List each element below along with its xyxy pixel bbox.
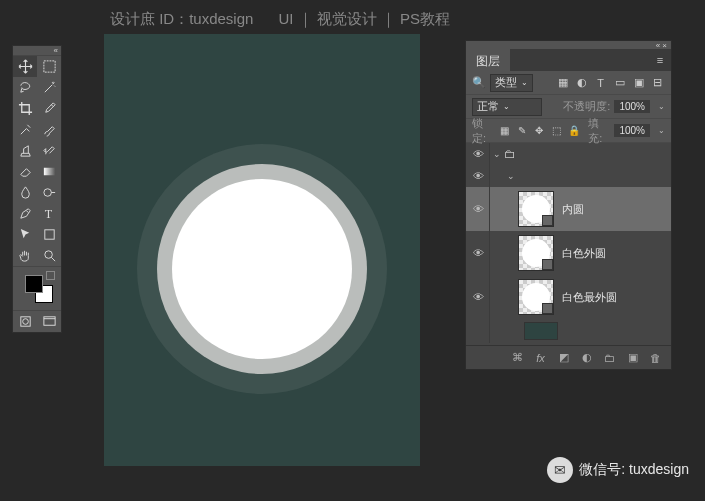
new-group-icon[interactable]: 🗀 <box>602 350 617 365</box>
brush-tool-icon[interactable] <box>37 119 61 140</box>
chevron-down-icon[interactable]: ⌄ <box>658 126 665 135</box>
shape-tool-icon[interactable] <box>37 224 61 245</box>
layer-thumbnail[interactable] <box>518 279 554 315</box>
filter-type-dropdown[interactable]: 类型 ⌄ <box>490 74 533 92</box>
panel-menu-icon[interactable]: ≡ <box>649 49 671 71</box>
type-tool-icon[interactable]: T <box>37 203 61 224</box>
lock-image-icon[interactable]: ✎ <box>515 123 528 138</box>
folder-icon: 🗀 <box>504 147 520 161</box>
filter-pixel-icon[interactable]: ▦ <box>555 75 570 90</box>
color-swatches[interactable] <box>13 266 61 310</box>
gradient-tool-icon[interactable] <box>37 161 61 182</box>
eyedropper-tool-icon[interactable] <box>37 98 61 119</box>
fill-label: 填充: <box>588 116 610 146</box>
layer-group-row[interactable]: 👁 ⌄ 🗀 <box>466 143 671 165</box>
svg-point-7 <box>22 319 28 325</box>
pen-tool-icon[interactable] <box>13 203 37 224</box>
lock-transparency-icon[interactable]: ▦ <box>498 123 511 138</box>
chevron-down-icon: ⌄ <box>521 78 528 87</box>
history-brush-tool-icon[interactable] <box>37 140 61 161</box>
layer-row[interactable]: 👁 白色最外圆 <box>466 275 671 319</box>
svg-point-2 <box>43 189 51 197</box>
tab-layers[interactable]: 图层 <box>466 49 510 71</box>
credit-text: 设计庶 ID：tuxdesign <box>110 10 253 27</box>
foreground-color-swatch[interactable] <box>25 275 43 293</box>
layer-filter-row: 🔍 类型 ⌄ ▦ ◐ T ▭ ▣ ⊟ <box>466 71 671 95</box>
layer-group-row[interactable]: 👁 ⌄ <box>466 165 671 187</box>
delete-layer-icon[interactable]: 🗑 <box>648 350 663 365</box>
layer-name[interactable]: 白色外圆 <box>562 246 606 261</box>
hand-tool-icon[interactable] <box>13 245 37 266</box>
path-selection-tool-icon[interactable] <box>13 224 37 245</box>
visibility-toggle-icon[interactable]: 👁 <box>468 165 490 187</box>
marquee-tool-icon[interactable] <box>37 56 61 77</box>
lock-all-icon[interactable]: 🔒 <box>567 123 580 138</box>
filter-type-icon[interactable]: T <box>593 75 608 90</box>
visibility-toggle-icon[interactable] <box>468 319 490 343</box>
svg-rect-0 <box>43 61 54 72</box>
tools-panel: « T <box>12 45 62 333</box>
layer-tree: 👁 ⌄ 🗀 👁 ⌄ 👁 内圆 👁 白色外圆 👁 白色最外圆 <box>466 143 671 345</box>
lasso-tool-icon[interactable] <box>13 77 37 98</box>
magic-wand-tool-icon[interactable] <box>37 77 61 98</box>
new-layer-icon[interactable]: ▣ <box>625 350 640 365</box>
quick-mask-icon[interactable] <box>13 311 37 332</box>
layer-name[interactable]: 白色最外圆 <box>562 290 617 305</box>
wechat-label: 微信号: tuxdesign <box>579 461 689 479</box>
healing-brush-tool-icon[interactable] <box>13 119 37 140</box>
blur-tool-icon[interactable] <box>13 182 37 203</box>
link-layers-icon[interactable]: ⌘ <box>510 350 525 365</box>
move-tool-icon[interactable] <box>13 56 37 77</box>
eraser-tool-icon[interactable] <box>13 161 37 182</box>
disclosure-icon[interactable]: ⌄ <box>504 171 518 181</box>
svg-point-5 <box>44 251 52 259</box>
opacity-value[interactable]: 100% <box>614 100 650 113</box>
header-info: 设计庶 ID：tuxdesign UI ｜ 视觉设计 ｜ PS教程 <box>110 10 450 29</box>
layer-name[interactable]: 内圆 <box>562 202 584 217</box>
svg-rect-1 <box>43 168 54 176</box>
layer-mask-icon[interactable]: ◩ <box>556 350 571 365</box>
filter-smart-icon[interactable]: ▣ <box>631 75 646 90</box>
wechat-credit: ✉ 微信号: tuxdesign <box>547 457 689 483</box>
search-icon[interactable]: 🔍 <box>472 76 486 89</box>
layer-style-icon[interactable]: fx <box>533 350 548 365</box>
screen-mode-icon[interactable] <box>37 311 61 332</box>
opacity-label: 不透明度: <box>563 99 610 114</box>
fill-value[interactable]: 100% <box>614 124 650 137</box>
layer-thumbnail[interactable] <box>518 191 554 227</box>
layer-row[interactable] <box>466 319 671 343</box>
adjustment-layer-icon[interactable]: ◐ <box>579 350 594 365</box>
layer-row[interactable]: 👁 内圆 <box>466 187 671 231</box>
filter-toggle-icon[interactable]: ⊟ <box>650 75 665 90</box>
blend-mode-dropdown[interactable]: 正常 ⌄ <box>472 98 542 116</box>
filter-shape-icon[interactable]: ▭ <box>612 75 627 90</box>
lock-label: 锁定: <box>472 116 494 146</box>
visibility-toggle-icon[interactable]: 👁 <box>468 187 490 231</box>
svg-rect-8 <box>43 317 54 325</box>
tools-panel-header[interactable]: « <box>13 46 61 56</box>
visibility-toggle-icon[interactable]: 👁 <box>468 275 490 319</box>
layer-row[interactable]: 👁 白色外圆 <box>466 231 671 275</box>
swap-colors-icon[interactable] <box>46 271 55 280</box>
disclosure-icon[interactable]: ⌄ <box>490 149 504 159</box>
filter-type-label: 类型 <box>495 75 517 90</box>
lock-position-icon[interactable]: ✥ <box>533 123 546 138</box>
wechat-icon: ✉ <box>547 457 573 483</box>
svg-rect-4 <box>44 230 53 239</box>
layer-thumbnail[interactable] <box>518 235 554 271</box>
panel-collapse-icon[interactable]: « × <box>466 41 671 49</box>
visibility-toggle-icon[interactable]: 👁 <box>468 231 490 275</box>
zoom-tool-icon[interactable] <box>37 245 61 266</box>
chevron-down-icon[interactable]: ⌄ <box>658 102 665 111</box>
clone-stamp-tool-icon[interactable] <box>13 140 37 161</box>
filter-adjust-icon[interactable]: ◐ <box>574 75 589 90</box>
lock-artboard-icon[interactable]: ⬚ <box>550 123 563 138</box>
chevron-down-icon: ⌄ <box>503 102 510 111</box>
canvas-area[interactable] <box>104 34 420 466</box>
background-layer-thumbnail[interactable] <box>524 322 558 340</box>
inner-circle-shape <box>172 179 352 359</box>
crop-tool-icon[interactable] <box>13 98 37 119</box>
layers-panel-footer: ⌘ fx ◩ ◐ 🗀 ▣ 🗑 <box>466 345 671 369</box>
visibility-toggle-icon[interactable]: 👁 <box>468 143 490 165</box>
dodge-tool-icon[interactable] <box>37 182 61 203</box>
